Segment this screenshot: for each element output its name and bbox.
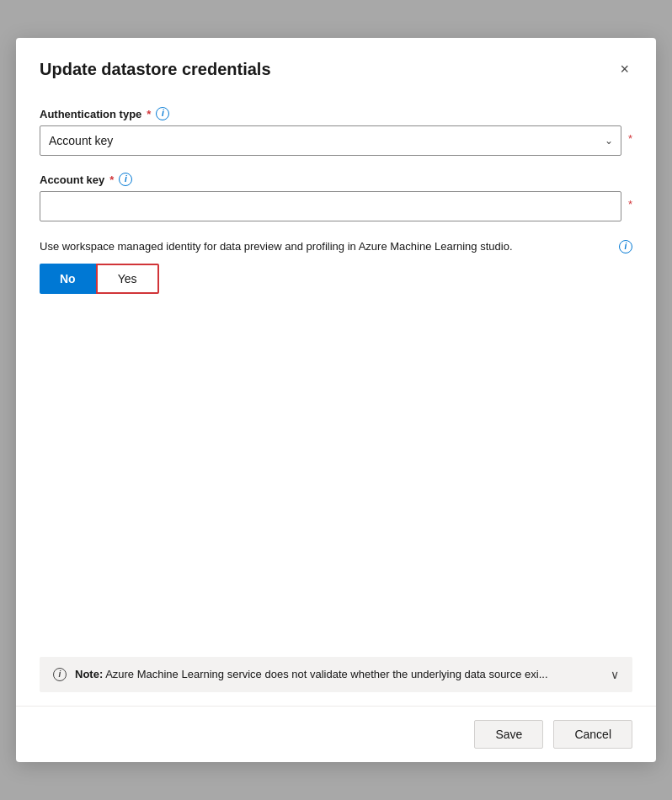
auth-type-field-group: Authentication type * i Account key SAS … <box>40 107 632 156</box>
note-expand-icon[interactable]: ∨ <box>611 668 619 681</box>
account-key-input-row: * <box>40 191 632 221</box>
toggle-yes-button[interactable]: Yes <box>96 264 159 294</box>
account-key-input[interactable] <box>40 191 621 221</box>
save-button[interactable]: Save <box>474 720 543 749</box>
auth-type-required-star: * <box>147 108 151 120</box>
dialog-title: Update datastore credentials <box>40 60 271 79</box>
managed-identity-section: Use workspace managed identity for data … <box>40 238 632 294</box>
account-key-required-indicator: * <box>628 198 632 211</box>
spacer <box>16 490 656 657</box>
footer-note: i Note: Azure Machine Learning service d… <box>40 657 632 692</box>
dialog-body: Authentication type * i Account key SAS … <box>16 93 656 490</box>
note-prefix: Note: <box>75 668 103 680</box>
dialog-header: Update datastore credentials × <box>16 38 656 93</box>
toggle-no-button[interactable]: No <box>40 264 96 294</box>
auth-type-select-row: Account key SAS token Service principal … <box>40 125 632 156</box>
account-key-info-icon[interactable]: i <box>119 173 132 186</box>
auth-type-required-indicator: * <box>628 132 632 145</box>
managed-identity-text: Use workspace managed identity for data … <box>40 238 513 255</box>
note-text: Note: Azure Machine Learning service doe… <box>75 667 602 682</box>
account-key-label: Account key * i <box>40 173 632 186</box>
close-button[interactable]: × <box>616 58 632 80</box>
note-info-icon: i <box>53 668 67 681</box>
account-key-field-group: Account key * i * <box>40 173 632 221</box>
dialog-overlay: Update datastore credentials × Authentic… <box>0 0 672 800</box>
update-datastore-dialog: Update datastore credentials × Authentic… <box>16 38 656 762</box>
toggle-buttons: No Yes <box>40 264 513 294</box>
note-body: Azure Machine Learning service does not … <box>105 668 547 680</box>
managed-identity-content: Use workspace managed identity for data … <box>40 238 513 294</box>
auth-type-select-wrapper: Account key SAS token Service principal … <box>40 125 621 156</box>
auth-type-select[interactable]: Account key SAS token Service principal <box>40 125 621 156</box>
cancel-button[interactable]: Cancel <box>553 720 632 749</box>
auth-type-info-icon[interactable]: i <box>156 107 169 120</box>
auth-type-label: Authentication type * i <box>40 107 632 120</box>
managed-identity-info-icon[interactable]: i <box>619 240 632 253</box>
managed-identity-info: i <box>619 240 632 253</box>
account-key-required-star: * <box>109 173 114 186</box>
dialog-actions: Save Cancel <box>16 706 656 762</box>
